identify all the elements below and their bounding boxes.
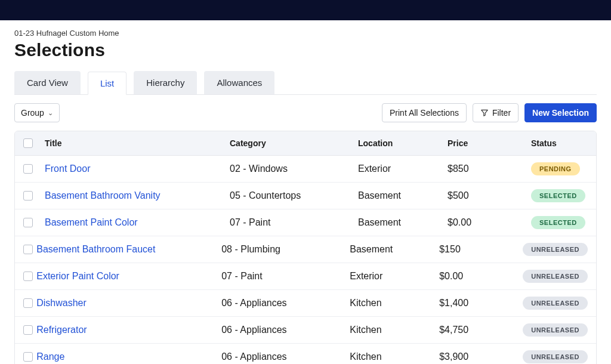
table-row: Basement Bathroom Faucet08 - PlumbingBas… bbox=[15, 236, 596, 263]
row-price: $0.00 bbox=[439, 271, 523, 282]
col-header-title[interactable]: Title bbox=[45, 138, 230, 148]
status-badge: SELECTED bbox=[531, 189, 585, 202]
new-selection-label: New Selection bbox=[532, 108, 589, 118]
status-badge: UNRELEASED bbox=[523, 323, 588, 337]
col-header-location[interactable]: Location bbox=[358, 138, 448, 148]
row-price: $3,900 bbox=[439, 351, 523, 362]
row-title-link[interactable]: Front Door bbox=[45, 164, 90, 174]
row-title-link[interactable]: Basement Paint Color bbox=[45, 217, 138, 227]
tab-list[interactable]: List bbox=[88, 72, 126, 95]
tab-allowances[interactable]: Allowances bbox=[204, 71, 274, 94]
row-category: 07 - Paint bbox=[230, 217, 358, 228]
row-checkbox[interactable] bbox=[23, 325, 33, 335]
row-price: $4,750 bbox=[439, 325, 523, 335]
row-location: Basement bbox=[350, 244, 439, 255]
app-topbar bbox=[0, 0, 611, 20]
toolbar: Group ⌄ Print All Selections Filter New … bbox=[0, 95, 611, 131]
row-checkbox[interactable] bbox=[23, 352, 33, 362]
breadcrumb[interactable]: 01-23 Hufnagel Custom Home bbox=[14, 29, 597, 38]
filter-label: Filter bbox=[492, 108, 511, 118]
print-label: Print All Selections bbox=[390, 108, 459, 118]
selections-table: Title Category Location Price Status Fro… bbox=[14, 131, 597, 364]
table-row: Front Door02 - WindowsExterior$850PENDIN… bbox=[15, 156, 596, 183]
table-row: Dishwasher06 - AppliancesKitchen$1,400UN… bbox=[15, 290, 596, 317]
col-header-status[interactable]: Status bbox=[531, 138, 588, 148]
print-all-button[interactable]: Print All Selections bbox=[382, 103, 467, 122]
row-title-link[interactable]: Range bbox=[36, 351, 64, 362]
row-price: $500 bbox=[448, 190, 531, 201]
table-row: Basement Bathroom Vanity05 - Countertops… bbox=[15, 183, 596, 209]
row-checkbox[interactable] bbox=[23, 191, 33, 200]
tab-hierarchy[interactable]: Hierarchy bbox=[134, 71, 197, 94]
view-tabs: Card View List Hierarchy Allowances bbox=[14, 71, 597, 95]
row-title-link[interactable]: Basement Bathroom Faucet bbox=[36, 244, 155, 254]
row-category: 06 - Appliances bbox=[221, 298, 350, 309]
status-badge: UNRELEASED bbox=[523, 270, 588, 283]
row-checkbox[interactable] bbox=[23, 164, 33, 174]
row-checkbox[interactable] bbox=[23, 218, 33, 227]
row-title-link[interactable]: Exterior Paint Color bbox=[36, 271, 119, 281]
table-row: Exterior Paint Color07 - PaintExterior$0… bbox=[15, 263, 596, 290]
new-selection-button[interactable]: New Selection bbox=[524, 103, 597, 122]
row-location: Basement bbox=[358, 217, 448, 228]
row-price: $1,400 bbox=[439, 298, 523, 309]
row-category: 06 - Appliances bbox=[221, 325, 350, 335]
row-location: Exterior bbox=[350, 271, 439, 282]
table-row: Range06 - AppliancesKitchen$3,900UNRELEA… bbox=[15, 344, 596, 364]
tab-card-view[interactable]: Card View bbox=[14, 71, 81, 94]
row-location: Kitchen bbox=[350, 351, 439, 362]
col-header-price[interactable]: Price bbox=[448, 138, 531, 148]
row-checkbox[interactable] bbox=[23, 245, 33, 254]
row-location: Kitchen bbox=[350, 298, 439, 309]
svg-marker-0 bbox=[482, 110, 488, 116]
status-badge: SELECTED bbox=[531, 216, 585, 229]
table-header: Title Category Location Price Status bbox=[15, 131, 596, 156]
group-label: Group bbox=[21, 108, 44, 118]
row-title-link[interactable]: Basement Bathroom Vanity bbox=[45, 190, 161, 200]
row-category: 08 - Plumbing bbox=[221, 244, 350, 255]
row-location: Exterior bbox=[358, 164, 448, 174]
group-dropdown[interactable]: Group ⌄ bbox=[14, 103, 60, 122]
chevron-down-icon: ⌄ bbox=[48, 109, 53, 117]
row-location: Kitchen bbox=[350, 325, 439, 335]
row-checkbox[interactable] bbox=[23, 272, 33, 281]
status-badge: UNRELEASED bbox=[523, 297, 588, 310]
status-badge: UNRELEASED bbox=[523, 350, 588, 363]
row-category: 06 - Appliances bbox=[221, 351, 350, 362]
row-category: 07 - Paint bbox=[221, 271, 350, 282]
col-header-category[interactable]: Category bbox=[230, 138, 358, 148]
status-badge: UNRELEASED bbox=[523, 243, 588, 256]
row-title-link[interactable]: Dishwasher bbox=[36, 298, 87, 308]
row-price: $0.00 bbox=[448, 217, 531, 228]
table-row: Refrigerator06 - AppliancesKitchen$4,750… bbox=[15, 317, 596, 344]
row-price: $850 bbox=[448, 164, 531, 174]
page-title: Selections bbox=[14, 40, 597, 60]
row-category: 02 - Windows bbox=[230, 164, 358, 174]
table-row: Basement Paint Color07 - PaintBasement$0… bbox=[15, 209, 596, 236]
filter-button[interactable]: Filter bbox=[473, 103, 519, 122]
row-location: Basement bbox=[358, 190, 448, 201]
row-title-link[interactable]: Refrigerator bbox=[36, 325, 87, 335]
row-checkbox[interactable] bbox=[23, 298, 33, 308]
row-price: $150 bbox=[439, 244, 523, 255]
filter-icon bbox=[480, 109, 489, 117]
status-badge: PENDING bbox=[531, 162, 580, 175]
row-category: 05 - Countertops bbox=[230, 190, 358, 201]
select-all-checkbox[interactable] bbox=[23, 138, 33, 148]
